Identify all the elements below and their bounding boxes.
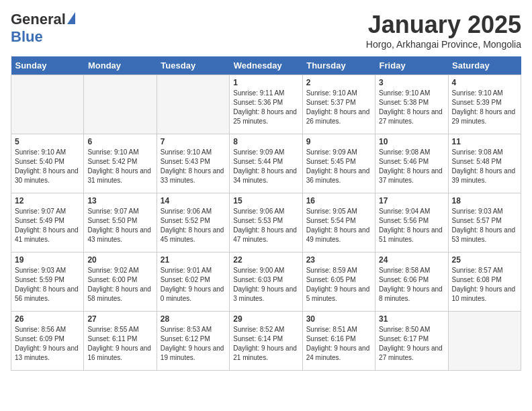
- calendar-week-row: 19 Sunrise: 9:03 AM Sunset: 5:59 PM Dayl…: [11, 253, 521, 312]
- day-number: 1: [233, 78, 298, 87]
- weekday-header: Friday: [375, 56, 448, 75]
- day-number: 30: [306, 314, 371, 324]
- day-number: 17: [379, 196, 444, 205]
- weekday-header: Thursday: [302, 56, 375, 75]
- day-info: Sunrise: 9:10 AM Sunset: 5:40 PM Dayligh…: [15, 148, 80, 185]
- calendar-day-cell: 14 Sunrise: 9:06 AM Sunset: 5:52 PM Dayl…: [157, 193, 229, 253]
- day-number: 25: [452, 255, 517, 265]
- day-info: Sunrise: 9:00 AM Sunset: 6:03 PM Dayligh…: [233, 266, 298, 304]
- day-info: Sunrise: 9:08 AM Sunset: 5:46 PM Dayligh…: [379, 148, 444, 185]
- calendar-day-cell: 3 Sunrise: 9:10 AM Sunset: 5:38 PM Dayli…: [375, 75, 448, 134]
- calendar-day-cell: 8 Sunrise: 9:09 AM Sunset: 5:44 PM Dayli…: [230, 134, 302, 193]
- calendar-day-cell: 22 Sunrise: 9:00 AM Sunset: 6:03 PM Dayl…: [230, 253, 302, 312]
- calendar-day-cell: 10 Sunrise: 9:08 AM Sunset: 5:46 PM Dayl…: [375, 134, 448, 193]
- calendar-day-cell: 29 Sunrise: 8:52 AM Sunset: 6:14 PM Dayl…: [230, 312, 302, 371]
- day-number: 13: [87, 196, 152, 205]
- calendar-week-row: 5 Sunrise: 9:10 AM Sunset: 5:40 PM Dayli…: [11, 134, 521, 193]
- day-number: 6: [87, 137, 152, 146]
- day-info: Sunrise: 9:10 AM Sunset: 5:37 PM Dayligh…: [306, 89, 371, 126]
- weekday-header: Monday: [84, 56, 157, 75]
- calendar-day-cell: 28 Sunrise: 8:53 AM Sunset: 6:12 PM Dayl…: [157, 312, 229, 371]
- calendar-day-cell: 7 Sunrise: 9:10 AM Sunset: 5:43 PM Dayli…: [157, 134, 229, 193]
- calendar-day-cell: 25 Sunrise: 8:57 AM Sunset: 6:08 PM Dayl…: [448, 253, 521, 312]
- day-number: 20: [87, 255, 152, 265]
- calendar-day-cell: 30 Sunrise: 8:51 AM Sunset: 6:16 PM Dayl…: [302, 312, 375, 371]
- calendar-day-cell: 24 Sunrise: 8:58 AM Sunset: 6:06 PM Dayl…: [375, 253, 448, 312]
- calendar-day-cell: 23 Sunrise: 8:59 AM Sunset: 6:05 PM Dayl…: [302, 253, 375, 312]
- calendar-week-row: 26 Sunrise: 8:56 AM Sunset: 6:09 PM Dayl…: [11, 312, 521, 371]
- calendar-day-cell: 21 Sunrise: 9:01 AM Sunset: 6:02 PM Dayl…: [157, 253, 229, 312]
- day-number: 28: [161, 314, 226, 324]
- logo-blue: Blue: [11, 28, 43, 46]
- day-info: Sunrise: 9:10 AM Sunset: 5:39 PM Dayligh…: [452, 89, 517, 126]
- calendar-day-cell: 27 Sunrise: 8:55 AM Sunset: 6:11 PM Dayl…: [84, 312, 157, 371]
- day-info: Sunrise: 9:03 AM Sunset: 5:57 PM Dayligh…: [452, 207, 517, 244]
- calendar-table: SundayMondayTuesdayWednesdayThursdayFrid…: [11, 56, 521, 371]
- day-number: 10: [379, 137, 444, 146]
- calendar-day-cell: 16 Sunrise: 9:05 AM Sunset: 5:54 PM Dayl…: [302, 193, 375, 253]
- day-info: Sunrise: 8:50 AM Sunset: 6:17 PM Dayligh…: [379, 325, 444, 363]
- day-info: Sunrise: 9:07 AM Sunset: 5:49 PM Dayligh…: [15, 207, 80, 244]
- weekday-header: Sunday: [11, 56, 84, 75]
- header-row: SundayMondayTuesdayWednesdayThursdayFrid…: [11, 56, 521, 75]
- day-info: Sunrise: 8:51 AM Sunset: 6:16 PM Dayligh…: [306, 325, 371, 363]
- calendar-day-cell: 12 Sunrise: 9:07 AM Sunset: 5:49 PM Dayl…: [11, 193, 84, 253]
- day-number: 4: [452, 78, 517, 87]
- calendar-day-cell: 20 Sunrise: 9:02 AM Sunset: 6:00 PM Dayl…: [84, 253, 157, 312]
- day-number: 19: [15, 255, 80, 265]
- day-number: 31: [379, 314, 444, 324]
- day-number: 11: [452, 137, 517, 146]
- page-header: General Blue January 2025 Horgo, Arkhang…: [11, 11, 521, 50]
- day-info: Sunrise: 8:58 AM Sunset: 6:06 PM Dayligh…: [379, 266, 444, 304]
- location-subtitle: Horgo, Arkhangai Province, Mongolia: [366, 39, 521, 50]
- calendar-day-cell: 11 Sunrise: 9:08 AM Sunset: 5:48 PM Dayl…: [448, 134, 521, 193]
- day-number: 15: [233, 196, 298, 205]
- day-info: Sunrise: 9:09 AM Sunset: 5:44 PM Dayligh…: [233, 148, 298, 185]
- day-number: 5: [15, 137, 80, 146]
- month-title: January 2025: [366, 11, 521, 39]
- day-info: Sunrise: 9:09 AM Sunset: 5:45 PM Dayligh…: [306, 148, 371, 185]
- day-info: Sunrise: 9:06 AM Sunset: 5:53 PM Dayligh…: [233, 207, 298, 244]
- day-number: 22: [233, 255, 298, 265]
- day-info: Sunrise: 9:10 AM Sunset: 5:38 PM Dayligh…: [379, 89, 444, 126]
- day-info: Sunrise: 9:06 AM Sunset: 5:52 PM Dayligh…: [161, 207, 226, 244]
- calendar-week-row: 12 Sunrise: 9:07 AM Sunset: 5:49 PM Dayl…: [11, 193, 521, 253]
- calendar-day-cell: 1 Sunrise: 9:11 AM Sunset: 5:36 PM Dayli…: [230, 75, 302, 134]
- day-number: 27: [87, 314, 152, 324]
- logo: General Blue: [11, 11, 75, 46]
- day-info: Sunrise: 8:57 AM Sunset: 6:08 PM Dayligh…: [452, 266, 517, 304]
- calendar-day-cell: 31 Sunrise: 8:50 AM Sunset: 6:17 PM Dayl…: [375, 312, 448, 371]
- day-number: 16: [306, 196, 371, 205]
- day-info: Sunrise: 8:52 AM Sunset: 6:14 PM Dayligh…: [233, 325, 298, 363]
- day-info: Sunrise: 9:03 AM Sunset: 5:59 PM Dayligh…: [15, 266, 80, 304]
- day-number: 24: [379, 255, 444, 265]
- logo-general: General: [11, 11, 66, 28]
- calendar-day-cell: 15 Sunrise: 9:06 AM Sunset: 5:53 PM Dayl…: [230, 193, 302, 253]
- day-info: Sunrise: 9:07 AM Sunset: 5:50 PM Dayligh…: [87, 207, 152, 244]
- day-number: 2: [306, 78, 371, 87]
- day-info: Sunrise: 9:10 AM Sunset: 5:42 PM Dayligh…: [87, 148, 152, 185]
- day-number: 3: [379, 78, 444, 87]
- day-number: 14: [161, 196, 226, 205]
- calendar-day-cell: 2 Sunrise: 9:10 AM Sunset: 5:37 PM Dayli…: [302, 75, 375, 134]
- day-number: 12: [15, 196, 80, 205]
- day-info: Sunrise: 9:11 AM Sunset: 5:36 PM Dayligh…: [233, 89, 298, 126]
- title-block: January 2025 Horgo, Arkhangai Province, …: [366, 11, 521, 50]
- calendar-day-cell: 19 Sunrise: 9:03 AM Sunset: 5:59 PM Dayl…: [11, 253, 84, 312]
- day-info: Sunrise: 9:10 AM Sunset: 5:43 PM Dayligh…: [161, 148, 226, 185]
- weekday-header: Wednesday: [230, 56, 302, 75]
- day-info: Sunrise: 8:56 AM Sunset: 6:09 PM Dayligh…: [15, 325, 80, 363]
- calendar-day-cell: [448, 312, 521, 371]
- calendar-day-cell: 17 Sunrise: 9:04 AM Sunset: 5:56 PM Dayl…: [375, 193, 448, 253]
- calendar-day-cell: 9 Sunrise: 9:09 AM Sunset: 5:45 PM Dayli…: [302, 134, 375, 193]
- weekday-header: Saturday: [448, 56, 521, 75]
- calendar-day-cell: [157, 75, 229, 134]
- calendar-week-row: 1 Sunrise: 9:11 AM Sunset: 5:36 PM Dayli…: [11, 75, 521, 134]
- calendar-day-cell: 26 Sunrise: 8:56 AM Sunset: 6:09 PM Dayl…: [11, 312, 84, 371]
- calendar-day-cell: [84, 75, 157, 134]
- weekday-header: Tuesday: [157, 56, 229, 75]
- day-number: 8: [233, 137, 298, 146]
- day-info: Sunrise: 9:01 AM Sunset: 6:02 PM Dayligh…: [161, 266, 226, 304]
- calendar-day-cell: 5 Sunrise: 9:10 AM Sunset: 5:40 PM Dayli…: [11, 134, 84, 193]
- day-number: 21: [161, 255, 226, 265]
